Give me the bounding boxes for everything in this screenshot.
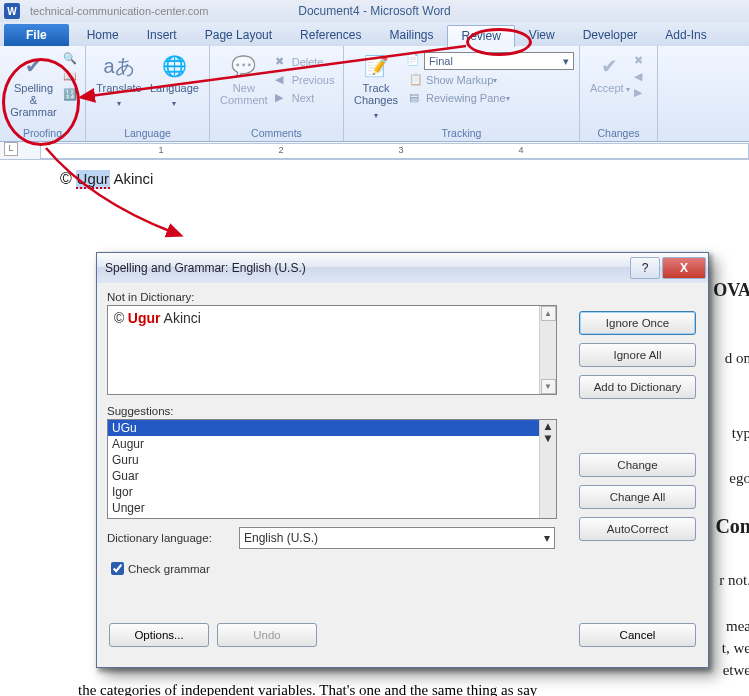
word-count-icon[interactable]: 🔢 — [63, 88, 79, 104]
spellbox-scrollbar[interactable]: ▲ ▼ — [539, 306, 556, 394]
suggestion-item[interactable]: UGu — [108, 420, 539, 436]
tab-view[interactable]: View — [515, 24, 569, 46]
language-icon: 🌐 — [158, 52, 190, 80]
group-language-label: Language — [92, 127, 203, 139]
check-grammar-input[interactable] — [111, 562, 124, 575]
research-icon[interactable]: 🔍 — [63, 52, 79, 68]
tab-review[interactable]: Review — [447, 25, 514, 47]
track-changes-icon: 📝 — [360, 52, 392, 80]
reviewing-pane-button[interactable]: ▤Reviewing Pane — [406, 90, 574, 106]
ignore-all-button[interactable]: Ignore All — [579, 343, 696, 367]
spelling-grammar-label: Spelling & Grammar — [10, 82, 57, 118]
prev-change-icon[interactable]: ◀ — [634, 70, 648, 84]
reviewing-pane-icon: ▤ — [409, 91, 423, 105]
bg-text-line: the categories of independent variables.… — [78, 682, 537, 696]
display-for-review-icon: 📄 — [406, 53, 422, 69]
autocorrect-button[interactable]: AutoCorrect — [579, 517, 696, 541]
check-grammar-checkbox[interactable]: Check grammar — [107, 559, 698, 578]
dialog-close-button[interactable]: X — [662, 257, 706, 279]
spelling-grammar-dialog: Spelling and Grammar: English (U.S.) ? X… — [96, 252, 709, 668]
not-in-dictionary-label: Not in Dictionary: — [107, 291, 195, 303]
spelling-grammar-button[interactable]: ✔︎ Spelling & Grammar — [6, 50, 61, 120]
language-button[interactable]: 🌐 Language — [146, 50, 203, 112]
group-tracking-label: Tracking — [350, 127, 573, 139]
chevron-down-icon: ▾ — [544, 531, 550, 545]
ruler-tab-selector[interactable]: L — [4, 142, 18, 156]
tab-file[interactable]: File — [4, 24, 69, 46]
scroll-up-icon[interactable]: ▲ — [542, 420, 553, 432]
ignore-once-button[interactable]: Ignore Once — [579, 311, 696, 335]
scroll-down-icon[interactable]: ▼ — [541, 379, 556, 394]
spellcheck-icon: ✔︎ — [18, 52, 50, 80]
translate-button[interactable]: aあ Translate — [92, 50, 146, 112]
track-changes-button[interactable]: 📝 Track Changes — [350, 50, 402, 124]
undo-button[interactable]: Undo — [217, 623, 317, 647]
bg-text-1: OVA — [713, 280, 749, 301]
add-to-dictionary-button[interactable]: Add to Dictionary — [579, 375, 696, 399]
group-comments-label: Comments — [216, 127, 337, 139]
bg-text-8: t, we — [722, 640, 749, 657]
word-app-icon: W — [4, 3, 20, 19]
group-changes: ✔ Accept ✖ ◀ ▶ Changes — [580, 46, 658, 141]
dialog-help-button[interactable]: ? — [630, 257, 660, 279]
suggestion-item[interactable]: Augur — [108, 436, 539, 452]
tab-mailings[interactable]: Mailings — [375, 24, 447, 46]
accept-button[interactable]: ✔ Accept — [586, 50, 634, 100]
dialog-right-buttons-1: Ignore Once Ignore All Add to Dictionary — [579, 311, 696, 407]
new-comment-button[interactable]: 💬 New Comment — [216, 50, 272, 108]
dictionary-language-select[interactable]: English (U.S.) ▾ — [239, 527, 555, 549]
dialog-footer: Options... Undo Cancel — [97, 623, 708, 667]
language-label: Language — [150, 82, 199, 110]
change-all-button[interactable]: Change All — [579, 485, 696, 509]
previous-comment-button[interactable]: ◀Previous — [272, 72, 338, 88]
suggestions-scrollbar[interactable]: ▲ ▼ — [539, 420, 556, 518]
tab-developer[interactable]: Developer — [569, 24, 652, 46]
tab-references[interactable]: References — [286, 24, 375, 46]
ruler: L 1 2 3 4 — [0, 142, 749, 160]
display-for-review-select[interactable]: Final▾ — [424, 52, 574, 70]
suggestion-item[interactable]: Guar — [108, 468, 539, 484]
dialog-title-bar[interactable]: Spelling and Grammar: English (U.S.) ? X — [97, 253, 708, 283]
bg-text-6: r not. — [719, 572, 749, 589]
tab-insert[interactable]: Insert — [133, 24, 191, 46]
change-button[interactable]: Change — [579, 453, 696, 477]
show-markup-icon: 📋 — [409, 73, 423, 87]
delete-icon: ✖ — [275, 55, 289, 69]
prev-icon: ◀ — [275, 73, 289, 87]
scroll-up-icon[interactable]: ▲ — [541, 306, 556, 321]
group-proofing: ✔︎ Spelling & Grammar 🔍 📖 🔢 Proofing — [0, 46, 86, 141]
next-comment-button[interactable]: ▶Next — [272, 90, 338, 106]
author-last: Akinci — [110, 170, 153, 187]
bg-text-4: ego — [729, 470, 749, 487]
document-text: © Ugur Akinci — [60, 170, 740, 188]
suggestion-item[interactable]: Guru — [108, 452, 539, 468]
options-button[interactable]: Options... — [109, 623, 209, 647]
delete-comment-button[interactable]: ✖Delete — [272, 54, 338, 70]
ruler-strip[interactable]: 1 2 3 4 — [40, 143, 749, 159]
translate-label: Translate — [96, 82, 142, 110]
suggestion-item[interactable]: Unger — [108, 500, 539, 516]
not-in-dictionary-box[interactable]: © Ugur Akinci ▲ ▼ — [107, 305, 557, 395]
thesaurus-icon[interactable]: 📖 — [63, 70, 79, 86]
dialog-title: Spelling and Grammar: English (U.S.) — [105, 261, 306, 275]
tab-page-layout[interactable]: Page Layout — [191, 24, 286, 46]
ribbon: ✔︎ Spelling & Grammar 🔍 📖 🔢 Proofing aあ … — [0, 46, 749, 142]
suggestion-item[interactable]: Igor — [108, 484, 539, 500]
group-proofing-label: Proofing — [6, 127, 79, 139]
cancel-button[interactable]: Cancel — [579, 623, 696, 647]
tab-home[interactable]: Home — [73, 24, 133, 46]
group-comments: 💬 New Comment ✖Delete ◀Previous ▶Next Co… — [210, 46, 344, 141]
bg-text-7: mea — [726, 618, 749, 635]
next-change-icon[interactable]: ▶ — [634, 86, 648, 100]
scroll-down-icon[interactable]: ▼ — [542, 432, 553, 444]
reject-icon[interactable]: ✖ — [634, 54, 648, 68]
chevron-down-icon: ▾ — [563, 55, 569, 68]
group-language: aあ Translate 🌐 Language Language — [86, 46, 210, 141]
suggestions-box[interactable]: UGu Augur Guru Guar Igor Unger ▲ ▼ — [107, 419, 557, 519]
ribbon-tabs: File Home Insert Page Layout References … — [0, 22, 749, 46]
tab-addins[interactable]: Add-Ins — [651, 24, 720, 46]
new-comment-icon: 💬 — [228, 52, 260, 80]
track-changes-label: Track Changes — [354, 82, 398, 122]
show-markup-button[interactable]: 📋Show Markup — [406, 72, 574, 88]
author-first-highlight: Ugur — [76, 170, 111, 189]
